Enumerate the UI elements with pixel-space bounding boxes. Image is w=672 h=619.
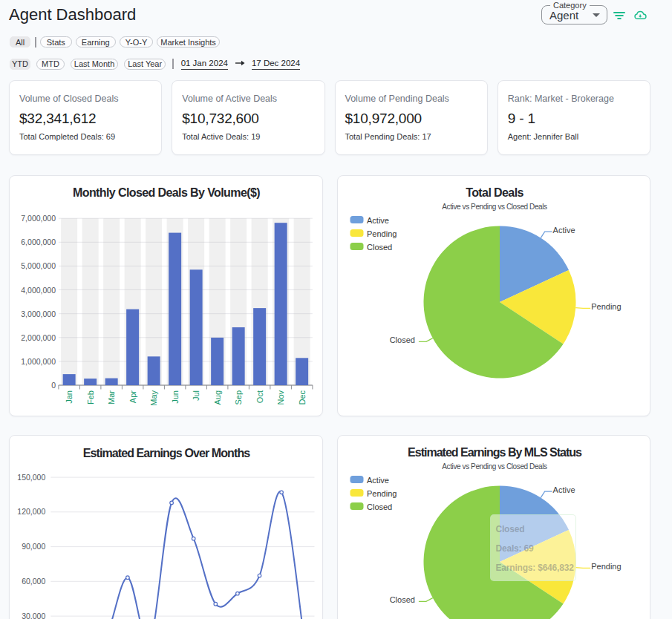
svg-text:Oct: Oct bbox=[255, 390, 264, 403]
svg-text:Active: Active bbox=[552, 226, 575, 235]
svg-text:Pending: Pending bbox=[591, 302, 621, 311]
svg-text:Dec: Dec bbox=[298, 390, 307, 405]
svg-text:Estimated Earnings By MLS Stat: Estimated Earnings By MLS Status bbox=[408, 446, 582, 459]
svg-text:0: 0 bbox=[51, 381, 56, 390]
svg-text:Closed: Closed bbox=[389, 335, 414, 344]
svg-text:Active: Active bbox=[367, 476, 389, 485]
svg-text:2,000,000: 2,000,000 bbox=[21, 333, 56, 342]
svg-text:Closed: Closed bbox=[367, 243, 392, 252]
svg-text:Nov: Nov bbox=[276, 390, 285, 405]
svg-text:60,000: 60,000 bbox=[22, 577, 45, 586]
svg-text:Closed: Closed bbox=[389, 595, 414, 604]
svg-text:Mar: Mar bbox=[107, 390, 116, 405]
svg-text:Estimated Earnings Over Months: Estimated Earnings Over Months bbox=[83, 447, 251, 459]
svg-text:Apr: Apr bbox=[128, 390, 137, 403]
svg-text:Active: Active bbox=[552, 485, 575, 494]
svg-text:30,000: 30,000 bbox=[22, 612, 45, 619]
svg-text:150,000: 150,000 bbox=[17, 473, 45, 482]
svg-text:7,000,000: 7,000,000 bbox=[21, 214, 56, 223]
svg-text:Active vs Pending vs Closed De: Active vs Pending vs Closed Deals bbox=[442, 462, 547, 471]
svg-text:1,000,000: 1,000,000 bbox=[21, 357, 56, 366]
svg-text:4,000,000: 4,000,000 bbox=[21, 286, 56, 295]
svg-text:Pending: Pending bbox=[367, 229, 397, 238]
svg-text:Total Deals: Total Deals bbox=[466, 186, 523, 199]
svg-text:May: May bbox=[149, 390, 158, 406]
svg-text:120,000: 120,000 bbox=[17, 507, 45, 516]
svg-text:Closed: Closed bbox=[367, 502, 392, 511]
svg-text:90,000: 90,000 bbox=[22, 542, 45, 551]
svg-text:Aug: Aug bbox=[213, 390, 222, 405]
svg-text:Jan: Jan bbox=[65, 390, 74, 404]
svg-text:Sep: Sep bbox=[234, 390, 243, 405]
svg-text:Jul: Jul bbox=[192, 390, 200, 401]
svg-text:Jun: Jun bbox=[171, 390, 180, 404]
svg-text:Active: Active bbox=[367, 216, 389, 225]
svg-text:Active vs Pending vs Closed De: Active vs Pending vs Closed Deals bbox=[442, 203, 547, 211]
svg-text:Feb: Feb bbox=[86, 390, 95, 405]
svg-text:Pending: Pending bbox=[367, 489, 397, 498]
svg-text:Monthly Closed Deals By Volume: Monthly Closed Deals By Volume($) bbox=[73, 186, 260, 199]
svg-text:3,000,000: 3,000,000 bbox=[21, 310, 56, 318]
svg-text:5,000,000: 5,000,000 bbox=[21, 261, 56, 270]
svg-text:Pending: Pending bbox=[591, 562, 621, 571]
svg-text:6,000,000: 6,000,000 bbox=[21, 238, 56, 246]
